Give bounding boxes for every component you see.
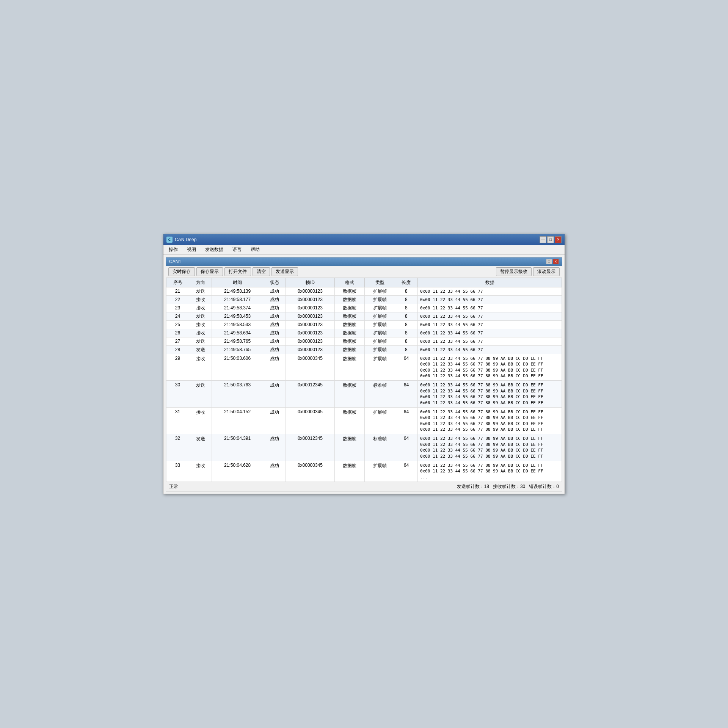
table-data-cell: 0x00 11 22 33 44 55 66 77 [418, 304, 562, 312]
col-header-dir: 方向 [189, 278, 212, 287]
recv-count-label: 接收帧计数： [493, 484, 520, 489]
table-cell: 成功 [263, 295, 286, 304]
scroll-display-button[interactable]: 滚动显示 [533, 267, 560, 276]
status-text: 正常 [169, 483, 178, 490]
open-file-button[interactable]: 打开文件 [224, 267, 251, 276]
error-count-label: 错误帧计数： [529, 484, 556, 489]
col-header-frameid: 帧ID [286, 278, 334, 287]
menu-bar: 操作 视图 发送数据 语言 帮助 [163, 245, 565, 255]
table-cell: 扩展帧 [365, 461, 395, 482]
inner-title-bar: CAN1 □ ✕ [166, 257, 562, 266]
table-cell: 数据帧 [334, 295, 365, 304]
table-row[interactable]: 23接收21:49:58.374成功0x00000123数据帧扩展帧80x00 … [166, 304, 562, 312]
table-cell: 21:49:58.177 [212, 295, 263, 304]
table-row[interactable]: 31接收21:50:04.152成功0x00000345数据帧扩展帧640x00… [166, 407, 562, 434]
table-cell: 21:49:58.139 [212, 287, 263, 295]
table-cell: 0x00000345 [286, 354, 334, 381]
table-cell: 8 [395, 337, 417, 345]
table-cell: 扩展帧 [365, 295, 395, 304]
menu-send-data[interactable]: 发送数据 [203, 246, 226, 254]
data-table-container[interactable]: 序号 方向 时间 状态 帧ID 格式 类型 长度 数据 21发送21:49:58… [166, 278, 562, 482]
close-button[interactable]: ✕ [555, 236, 562, 243]
col-header-len: 长度 [395, 278, 417, 287]
table-row[interactable]: 33接收21:50:04.628成功0x00000345数据帧扩展帧640x00… [166, 461, 562, 482]
table-cell: 0x00000345 [286, 461, 334, 482]
table-cell: 成功 [263, 320, 286, 329]
table-cell: 发送 [189, 345, 212, 354]
table-cell: 发送 [189, 337, 212, 345]
table-cell: 数据帧 [334, 461, 365, 482]
table-cell: 29 [166, 354, 189, 381]
restore-button[interactable]: □ [547, 236, 554, 243]
table-cell: 0x00000123 [286, 337, 334, 345]
table-cell: 接收 [189, 304, 212, 312]
table-data-cell: 0x00 11 22 33 44 55 66 77 88 99 AA BB CC… [418, 434, 562, 461]
table-row[interactable]: 21发送21:49:58.139成功0x00000123数据帧扩展帧80x00 … [166, 287, 562, 295]
send-count-value: 18 [484, 484, 489, 489]
table-data-cell: 0x00 11 22 33 44 55 66 77 [418, 320, 562, 329]
table-cell: 成功 [263, 461, 286, 482]
table-row[interactable]: 22接收21:49:58.177成功0x00000123数据帧扩展帧80x00 … [166, 295, 562, 304]
inner-window-title: CAN1 [169, 259, 181, 264]
table-cell: 扩展帧 [365, 287, 395, 295]
menu-help[interactable]: 帮助 [248, 246, 262, 254]
table-cell: 0x00000123 [286, 304, 334, 312]
table-data-cell: 0x00 11 22 33 44 55 66 77 88 99 AA BB CC… [418, 381, 562, 408]
table-cell: 扩展帧 [365, 354, 395, 381]
menu-operations[interactable]: 操作 [166, 246, 180, 254]
table-cell: 数据帧 [334, 337, 365, 345]
table-cell: 21:49:58.453 [212, 312, 263, 320]
table-cell: 21:49:58.374 [212, 304, 263, 312]
table-row[interactable]: 28发送21:49:58.765成功0x00000123数据帧扩展帧80x00 … [166, 345, 562, 354]
minimize-button[interactable]: — [540, 236, 546, 243]
table-cell: 成功 [263, 407, 286, 434]
table-cell: 21:49:58.694 [212, 329, 263, 337]
col-header-type: 类型 [365, 278, 395, 287]
table-cell: 0x00000123 [286, 320, 334, 329]
table-cell: 0x00012345 [286, 434, 334, 461]
table-row[interactable]: 26接收21:49:58.694成功0x00000123数据帧扩展帧80x00 … [166, 329, 562, 337]
inner-title-controls: □ ✕ [546, 259, 559, 264]
pause-recv-button[interactable]: 暂停显示接收 [496, 267, 532, 276]
clear-button[interactable]: 清空 [253, 267, 270, 276]
table-cell: 21:50:03.763 [212, 381, 263, 408]
table-cell: 8 [395, 320, 417, 329]
toolbar-right: 暂停显示接收 滚动显示 [496, 267, 560, 276]
toolbar: 实时保存 保存显示 打开文件 清空 发送显示 暂停显示接收 滚动显示 [166, 266, 562, 278]
table-cell: 8 [395, 287, 417, 295]
table-cell: 26 [166, 329, 189, 337]
table-cell: 25 [166, 320, 189, 329]
table-row[interactable]: 25接收21:49:58.533成功0x00000123数据帧扩展帧80x00 … [166, 320, 562, 329]
menu-view[interactable]: 视图 [185, 246, 198, 254]
send-display-button[interactable]: 发送显示 [271, 267, 298, 276]
table-row[interactable]: 24发送21:49:58.453成功0x00000123数据帧扩展帧80x00 … [166, 312, 562, 320]
table-cell: 22 [166, 295, 189, 304]
table-row[interactable]: 32发送21:50:04.391成功0x00012345数据帧标准帧640x00… [166, 434, 562, 461]
inner-close-button[interactable]: ✕ [553, 259, 559, 264]
table-cell: 0x00000123 [286, 295, 334, 304]
error-count-value: 0 [556, 484, 559, 489]
table-cell: 0x00000123 [286, 345, 334, 354]
save-display-button[interactable]: 保存显示 [196, 267, 223, 276]
table-cell: 0x00000123 [286, 312, 334, 320]
inner-restore-button[interactable]: □ [546, 259, 552, 264]
table-cell: 扩展帧 [365, 320, 395, 329]
table-cell: 成功 [263, 434, 286, 461]
table-cell: 8 [395, 304, 417, 312]
table-cell: 数据帧 [334, 329, 365, 337]
table-row[interactable]: 29接收21:50:03.606成功0x00000345数据帧扩展帧640x00… [166, 354, 562, 381]
table-data-cell: 0x00 11 22 33 44 55 66 77 [418, 312, 562, 320]
realtime-save-button[interactable]: 实时保存 [168, 267, 195, 276]
table-cell: 成功 [263, 354, 286, 381]
table-row[interactable]: 27发送21:49:58.765成功0x00000123数据帧扩展帧80x00 … [166, 337, 562, 345]
table-cell: 数据帧 [334, 320, 365, 329]
table-cell: 21:49:58.765 [212, 345, 263, 354]
table-cell: 64 [395, 407, 417, 434]
table-cell: 成功 [263, 287, 286, 295]
table-cell: 21 [166, 287, 189, 295]
col-header-data: 数据 [418, 278, 562, 287]
menu-language[interactable]: 语言 [230, 246, 244, 254]
table-row[interactable]: 30发送21:50:03.763成功0x00012345数据帧标准帧640x00… [166, 381, 562, 408]
table-cell: 接收 [189, 329, 212, 337]
table-cell: 21:50:04.628 [212, 461, 263, 482]
